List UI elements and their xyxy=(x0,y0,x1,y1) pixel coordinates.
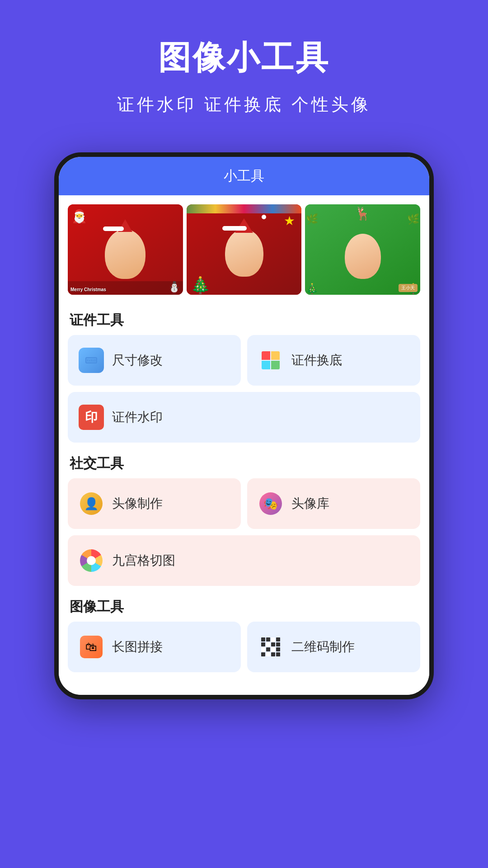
tool-avatar-lib[interactable]: 🎭 头像库 xyxy=(247,478,420,529)
banner-item-2[interactable]: 🎄 ★ xyxy=(187,204,302,295)
header-section: 图像小工具 证件水印 证件换底 个性头像 xyxy=(0,0,488,143)
phone-top-bar: 小工具 xyxy=(59,157,429,195)
top-bar-label: 小工具 xyxy=(224,168,264,183)
tool-nine-grid[interactable]: 九宫格切图 xyxy=(68,535,420,586)
social-tools-grid: 👤 头像制作 🎭 头像库 九宫格切图 xyxy=(59,478,429,590)
nine-grid-label: 九宫格切图 xyxy=(112,552,175,569)
qrcode-label: 二维码制作 xyxy=(291,638,355,656)
colorbox-icon xyxy=(258,348,283,373)
tool-watermark[interactable]: 印 证件水印 xyxy=(68,392,420,443)
avatar-make-icon: 👤 xyxy=(79,491,104,516)
resize-label: 尺寸修改 xyxy=(112,352,163,369)
bg-change-label: 证件换底 xyxy=(291,352,342,369)
banner-item-1[interactable]: 🎅 ⛄ Merry Christmas xyxy=(68,204,183,295)
tool-qrcode[interactable]: 二维码制作 xyxy=(247,622,420,672)
long-img-icon: 🛍 xyxy=(79,634,104,660)
ruler-icon xyxy=(79,348,104,373)
avatar-lib-icon: 🎭 xyxy=(258,491,283,516)
banner-item-3[interactable]: 🦌 🌿 🌿 🎄 🎄 王小天 xyxy=(305,204,420,295)
stamp-icon: 印 xyxy=(79,405,104,430)
avatar-lib-label: 头像库 xyxy=(291,495,329,512)
tool-avatar-make[interactable]: 👤 头像制作 xyxy=(68,478,241,529)
phone-frame: 小工具 🎅 ⛄ xyxy=(54,152,434,699)
app-title: 图像小工具 xyxy=(158,36,330,80)
watermark-label: 证件水印 xyxy=(112,409,163,426)
qrcode-icon xyxy=(258,634,283,660)
app-subtitle: 证件水印 证件换底 个性头像 xyxy=(117,93,371,116)
snowman-icon: ⛄ xyxy=(168,281,180,293)
banner-row: 🎅 ⛄ Merry Christmas xyxy=(59,195,429,304)
tool-long-img[interactable]: 🛍 长图拼接 xyxy=(68,622,241,672)
nine-grid-icon xyxy=(79,548,104,573)
id-tools-grid: 尺寸修改 证件换底 印 证件水印 xyxy=(59,335,429,447)
section-title-img-tools: 图像工具 xyxy=(59,590,429,622)
section-title-id-tools: 证件工具 xyxy=(59,304,429,335)
avatar-make-label: 头像制作 xyxy=(112,495,163,512)
phone-content: 🎅 ⛄ Merry Christmas xyxy=(59,195,429,695)
section-title-social-tools: 社交工具 xyxy=(59,447,429,478)
christmas-label: Merry Christmas xyxy=(70,287,106,292)
tool-bg-change[interactable]: 证件换底 xyxy=(247,335,420,386)
name-badge: 王小天 xyxy=(399,284,418,292)
img-tools-grid: 🛍 长图拼接 xyxy=(59,622,429,677)
tool-resize[interactable]: 尺寸修改 xyxy=(68,335,241,386)
long-img-label: 长图拼接 xyxy=(112,638,163,656)
